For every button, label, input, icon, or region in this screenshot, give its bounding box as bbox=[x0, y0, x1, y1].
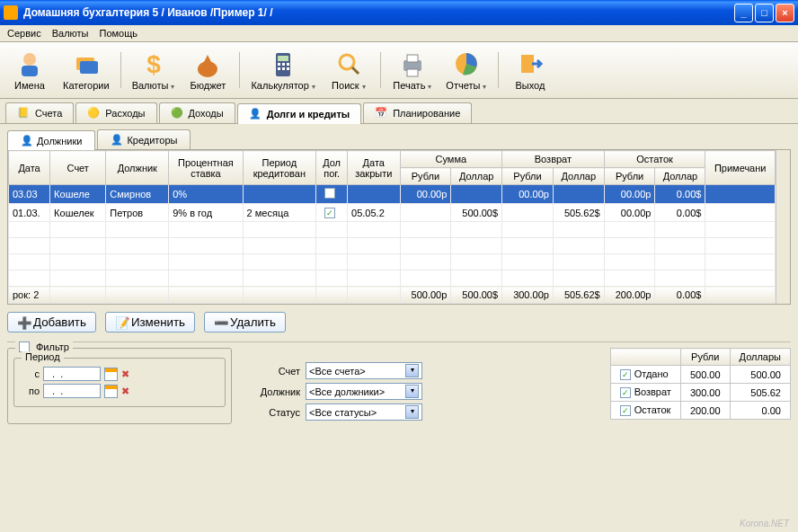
tb-calculator[interactable]: Калькулятор bbox=[245, 48, 320, 93]
cards-icon bbox=[72, 49, 101, 78]
svg-line-15 bbox=[352, 67, 359, 74]
to-label: по bbox=[22, 386, 40, 396]
edit-button[interactable]: 📝Изменить bbox=[105, 312, 195, 332]
svg-rect-8 bbox=[278, 63, 280, 66]
col-return[interactable]: Возврат bbox=[502, 151, 605, 168]
col-account[interactable]: Счет bbox=[50, 151, 106, 185]
checkbox-icon[interactable]: ✓ bbox=[620, 369, 631, 380]
chevron-down-icon[interactable]: ▾ bbox=[405, 364, 419, 377]
tb-budget[interactable]: Бюджет bbox=[182, 48, 234, 93]
menu-currency[interactable]: Валюты bbox=[52, 28, 89, 39]
tab-debts[interactable]: 👤Долги и кредиты bbox=[237, 103, 362, 124]
svg-rect-9 bbox=[282, 63, 285, 66]
svg-rect-11 bbox=[278, 67, 280, 70]
toolbar: Имена Категории $Валюты Бюджет Калькулят… bbox=[0, 42, 798, 99]
debtor-label: Должник bbox=[248, 386, 300, 397]
svg-text:$: $ bbox=[146, 50, 161, 78]
clear-date-icon[interactable]: ✖ bbox=[121, 368, 129, 380]
date-from-input[interactable] bbox=[43, 367, 101, 381]
menubar: Сервис Валюты Помощь bbox=[0, 25, 798, 42]
expenses-icon: 🟡 bbox=[87, 107, 102, 120]
scrollbar-vertical[interactable] bbox=[776, 150, 790, 304]
table-row[interactable] bbox=[9, 254, 776, 270]
tb-categories[interactable]: Категории bbox=[58, 48, 115, 93]
col-rate[interactable]: Процентная ставка bbox=[169, 151, 243, 185]
titlebar: Домашняя бухгалтерия 5 / Иванов /Пример … bbox=[0, 0, 798, 25]
tab-income[interactable]: 🟢Доходы bbox=[159, 102, 235, 123]
col-period[interactable]: Период кредитован bbox=[243, 151, 316, 185]
plus-icon: ➕ bbox=[17, 316, 30, 329]
date-to-input[interactable] bbox=[43, 384, 101, 398]
checkbox-icon[interactable] bbox=[324, 188, 335, 199]
calculator-icon bbox=[269, 49, 297, 78]
person-icon bbox=[15, 49, 44, 78]
from-label: с bbox=[22, 368, 40, 379]
sub-tabs: 👤Должники 👤Кредиторы bbox=[7, 129, 791, 150]
edit-icon: 📝 bbox=[115, 316, 128, 329]
planning-icon: 📅 bbox=[375, 107, 389, 120]
clear-date-icon[interactable]: ✖ bbox=[121, 386, 129, 397]
checkbox-icon[interactable]: ✓ bbox=[324, 208, 335, 218]
summary-table: РублиДоллары ✓Отдано500.00500.00 ✓Возвра… bbox=[610, 348, 791, 424]
accounts-icon: 📒 bbox=[17, 107, 31, 120]
search-icon bbox=[334, 49, 363, 78]
tab-planning[interactable]: 📅Планирование bbox=[363, 102, 472, 123]
watermark: Korona.NET bbox=[740, 519, 789, 528]
status-label: Статус bbox=[248, 407, 300, 418]
col-note[interactable]: Примечани bbox=[705, 151, 776, 185]
calendar-icon[interactable] bbox=[104, 385, 118, 398]
tb-exit[interactable]: Выход bbox=[504, 48, 556, 93]
app-icon bbox=[4, 5, 18, 20]
col-sum[interactable]: Сумма bbox=[400, 151, 502, 168]
account-combo[interactable]: <Все счета>▾ bbox=[306, 362, 422, 379]
printer-icon bbox=[398, 49, 427, 78]
menu-service[interactable]: Сервис bbox=[7, 28, 41, 39]
minus-icon: ➖ bbox=[214, 316, 226, 329]
debtor-combo[interactable]: <Все должники>▾ bbox=[306, 383, 422, 400]
debtor-icon: 👤 bbox=[21, 135, 33, 146]
checkbox-icon[interactable]: ✓ bbox=[620, 405, 631, 416]
tab-expenses[interactable]: 🟡Расходы bbox=[75, 102, 156, 123]
tb-reports[interactable]: Отчеты bbox=[440, 48, 492, 93]
subtab-creditors[interactable]: 👤Кредиторы bbox=[97, 129, 191, 149]
add-button[interactable]: ➕Добавить bbox=[7, 312, 96, 332]
piechart-icon bbox=[452, 49, 481, 78]
col-closedate[interactable]: Дата закрыти bbox=[348, 151, 400, 185]
col-debtor[interactable]: Должник bbox=[106, 151, 169, 185]
dollar-icon: $ bbox=[139, 49, 168, 78]
menu-help[interactable]: Помощь bbox=[100, 28, 138, 39]
checkbox-icon[interactable]: ✓ bbox=[620, 387, 631, 398]
svg-rect-17 bbox=[407, 55, 418, 62]
svg-rect-18 bbox=[407, 69, 418, 76]
col-date[interactable]: Дата bbox=[9, 151, 50, 185]
table-row[interactable]: 03.03КошелеСмирнов 0% 00.00р 00.00р 00.0… bbox=[9, 185, 776, 204]
svg-rect-13 bbox=[287, 67, 289, 70]
debts-icon: 👤 bbox=[249, 108, 263, 120]
table-row[interactable] bbox=[9, 270, 776, 287]
tb-search[interactable]: Поиск bbox=[323, 48, 375, 93]
tb-print[interactable]: Печать bbox=[386, 48, 439, 93]
chevron-down-icon[interactable]: ▾ bbox=[405, 385, 419, 398]
subtab-debtors[interactable]: 👤Должники bbox=[7, 130, 95, 150]
chevron-down-icon[interactable]: ▾ bbox=[405, 405, 419, 419]
col-balance[interactable]: Остаток bbox=[604, 151, 705, 168]
close-button[interactable]: × bbox=[776, 4, 794, 22]
col-paid[interactable]: Дол пог. bbox=[316, 151, 348, 185]
tab-accounts[interactable]: 📒Счета bbox=[5, 102, 74, 123]
tb-names[interactable]: Имена bbox=[4, 48, 56, 93]
table-row[interactable] bbox=[9, 238, 776, 254]
svg-point-5 bbox=[198, 61, 217, 77]
selectors: Счет <Все счета>▾ Должник <Все должники>… bbox=[248, 348, 422, 424]
table-row[interactable]: 01.03.КошелекПетров 9% в год2 месяца ✓ 0… bbox=[9, 204, 776, 222]
data-grid[interactable]: Дата Счет Должник Процентная ставка Пери… bbox=[7, 149, 791, 305]
delete-button[interactable]: ➖Удалить bbox=[204, 312, 286, 332]
totals-row: рок: 2 500.00р500.00$ 300.00р505.62$ 200… bbox=[9, 287, 776, 304]
svg-rect-10 bbox=[287, 63, 289, 66]
svg-point-0 bbox=[23, 53, 36, 66]
minimize-button[interactable]: _ bbox=[734, 4, 753, 22]
status-combo[interactable]: <Все статусы>▾ bbox=[306, 403, 422, 421]
calendar-icon[interactable] bbox=[104, 368, 118, 381]
tb-currencies[interactable]: $Валюты bbox=[127, 48, 181, 93]
table-row[interactable] bbox=[9, 222, 776, 238]
maximize-button[interactable]: □ bbox=[755, 4, 774, 22]
